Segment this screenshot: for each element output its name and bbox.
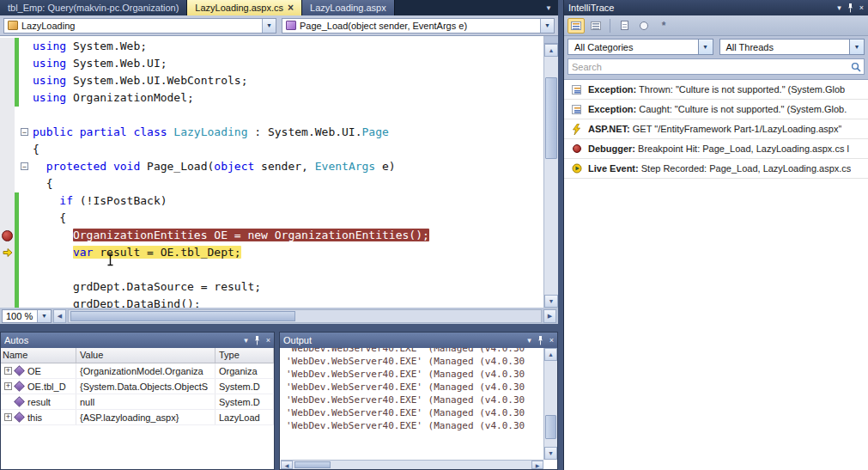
output-lines[interactable]: 'WebDev.WebServer40.EXE' (Managed (v4.0.… (281, 348, 543, 460)
code-text[interactable] (31, 107, 33, 124)
code-line[interactable]: { (0, 175, 543, 192)
export-log-icon[interactable] (616, 18, 633, 34)
event-row[interactable]: Live Event: Step Recorded: Page_Load, La… (564, 159, 868, 179)
expand-icon[interactable]: + (4, 413, 12, 421)
events-list-view-icon[interactable] (568, 18, 585, 34)
code-line[interactable]: grdDept.DataSource = result; (0, 278, 543, 296)
event-row[interactable]: Exception: Thrown: "Culture is not suppo… (564, 80, 868, 100)
close-icon[interactable]: × (266, 337, 270, 345)
indicator-margin[interactable] (0, 210, 15, 227)
code-line[interactable]: using System.Web.UI.WebControls; (0, 72, 543, 89)
scroll-left-icon[interactable]: ◀ (53, 309, 66, 323)
autos-titlebar[interactable]: Autos ▾ × (1, 333, 274, 348)
indicator-margin[interactable] (0, 296, 15, 308)
scroll-up-icon[interactable]: ▲ (544, 44, 558, 57)
zoom-combo[interactable]: 100 % ▼ (2, 309, 52, 323)
pin-icon[interactable] (847, 3, 854, 13)
autos-cell-value[interactable]: {OrganizationModel.Organiza (76, 363, 215, 378)
chevron-down-icon[interactable]: ▼ (37, 310, 51, 322)
scrollbar-track[interactable] (293, 461, 531, 469)
chevron-down-icon[interactable]: ▼ (698, 40, 713, 54)
scrollbar-track[interactable] (544, 57, 558, 295)
indicator-margin[interactable] (0, 72, 15, 89)
code-line[interactable]: using System.Web; (0, 38, 543, 55)
horizontal-scrollbar-thumb[interactable] (70, 311, 295, 321)
column-header-type[interactable]: Type (215, 348, 274, 363)
indicator-margin[interactable] (0, 278, 15, 296)
code-text[interactable]: grdDept.DataSource = result; (31, 278, 261, 296)
current-statement-margin[interactable] (0, 244, 15, 261)
search-icon[interactable] (848, 62, 864, 72)
expand-icon[interactable]: + (4, 367, 12, 375)
close-icon[interactable]: × (288, 3, 294, 12)
indicator-margin[interactable] (0, 192, 15, 210)
code-line[interactable]: { (0, 141, 543, 158)
tab-lazyloading-aspx-cs[interactable]: LazyLoading.aspx.cs × (187, 0, 302, 15)
code-text[interactable]: { (31, 210, 66, 227)
autos-row[interactable]: +OE{OrganizationModel.OrganizaOrganiza (1, 363, 274, 379)
scroll-right-icon[interactable]: ▶ (531, 461, 543, 469)
horizontal-scrollbar-track[interactable] (68, 309, 542, 323)
code-line[interactable] (0, 261, 543, 278)
scroll-right-icon[interactable]: ▶ (543, 309, 556, 323)
scrollbar-thumb[interactable] (545, 415, 556, 439)
scrollbar-thumb[interactable] (294, 461, 331, 468)
pin-icon[interactable] (253, 336, 261, 345)
autos-cell-value[interactable]: {ASP.lazyloading_aspx} (76, 410, 215, 424)
code-text[interactable]: public partial class LazyLoading : Syste… (31, 124, 389, 141)
scrollbar-track[interactable] (544, 361, 557, 447)
code-line[interactable]: −public partial class LazyLoading : Syst… (0, 124, 543, 141)
chevron-down-icon[interactable]: ▼ (540, 19, 554, 33)
scroll-down-icon[interactable]: ▼ (544, 447, 557, 460)
code-text[interactable]: using System.Web.UI; (31, 55, 167, 72)
intellitrace-titlebar[interactable]: IntelliTrace ▾ × (564, 0, 868, 15)
close-icon[interactable]: × (549, 337, 554, 345)
breakpoint-margin[interactable] (0, 227, 15, 244)
indicator-margin[interactable] (0, 55, 15, 72)
autos-cell-value[interactable]: {System.Data.Objects.ObjectS (76, 379, 215, 394)
tab-lazyloading-aspx[interactable]: LazyLoading.aspx (302, 0, 395, 15)
indicator-margin[interactable] (0, 124, 15, 141)
event-row[interactable]: Exception: Caught: "Culture is not suppo… (564, 100, 868, 119)
code-text[interactable]: var result = OE.tbl_Dept; (31, 244, 241, 261)
column-header-name[interactable]: Name (1, 348, 76, 363)
collapse-toggle-icon[interactable]: − (21, 128, 28, 136)
clock-icon[interactable] (635, 18, 653, 34)
event-row[interactable]: Debugger: Breakpoint Hit: Page_Load, Laz… (564, 139, 868, 159)
autos-row[interactable]: +OE.tbl_D{System.Data.Objects.ObjectSSys… (1, 379, 274, 394)
breakpoint-icon[interactable] (2, 230, 13, 241)
code-line[interactable] (0, 107, 543, 124)
window-menu-chevron-icon[interactable]: ▾ (244, 337, 248, 345)
code-text[interactable] (31, 261, 33, 278)
indicator-margin[interactable] (0, 158, 15, 175)
threads-combo[interactable]: All Threads ▼ (719, 39, 865, 55)
code-line[interactable]: − protected void Page_Load(object sender… (0, 158, 543, 175)
scroll-up-icon[interactable]: ▲ (544, 348, 557, 361)
code-line[interactable]: OrganizationEntities OE = new Organizati… (0, 227, 543, 244)
indicator-margin[interactable] (0, 89, 15, 107)
collapse-toggle-icon[interactable]: − (21, 162, 28, 170)
code-text[interactable]: protected void Page_Load(object sender, … (31, 158, 396, 175)
search-input[interactable] (568, 62, 848, 72)
scroll-left-icon[interactable]: ◀ (281, 461, 293, 469)
code-text[interactable]: { (31, 175, 52, 192)
code-line[interactable]: using System.Web.UI; (0, 55, 543, 72)
code-text[interactable]: { (31, 141, 39, 158)
code-text[interactable]: if (!IsPostBack) (31, 192, 167, 210)
code-line[interactable]: grdDept.DataBind(); (0, 296, 543, 308)
code-line[interactable]: if (!IsPostBack) (0, 192, 543, 210)
output-titlebar[interactable]: Output ▾ × (280, 333, 557, 348)
code-area[interactable]: using System.Web;using System.Web.UI;usi… (0, 36, 543, 308)
code-text[interactable]: using System.Web; (31, 38, 147, 55)
code-text[interactable]: grdDept.DataBind(); (31, 296, 201, 308)
close-icon[interactable]: × (859, 4, 864, 12)
categories-combo[interactable]: All Categories ▼ (568, 39, 713, 55)
column-header-value[interactable]: Value (76, 348, 215, 363)
indicator-margin[interactable] (0, 175, 15, 192)
expand-icon[interactable]: + (4, 382, 12, 390)
code-text[interactable]: using System.Web.UI.WebControls; (31, 72, 247, 89)
code-text[interactable]: using OrganizationModel; (31, 89, 194, 107)
scroll-down-icon[interactable]: ▼ (544, 295, 558, 308)
autos-row[interactable]: resultnullSystem.D (1, 394, 274, 410)
window-menu-chevron-icon[interactable]: ▾ (527, 337, 531, 345)
